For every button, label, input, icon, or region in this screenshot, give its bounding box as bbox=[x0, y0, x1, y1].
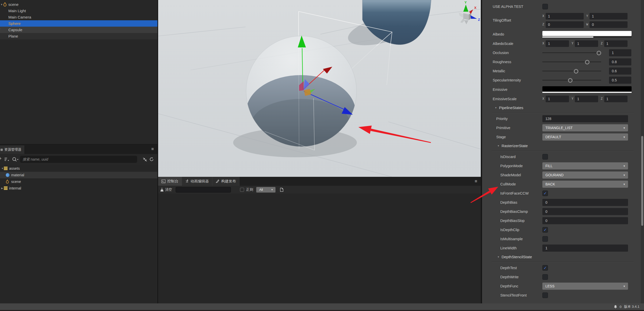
property-row: PolygonMode FILL▼ bbox=[482, 161, 641, 170]
metallic-slider[interactable] bbox=[542, 67, 601, 75]
albedo-color-picker[interactable] bbox=[542, 31, 632, 38]
search-input[interactable] bbox=[20, 156, 137, 163]
tab-assets-manager[interactable]: 资源管理器 bbox=[0, 145, 24, 154]
panel-icon bbox=[1, 149, 3, 151]
refresh-icon[interactable] bbox=[149, 157, 154, 162]
occlusion-slider[interactable] bbox=[542, 49, 601, 56]
notification-count[interactable]: 0 bbox=[620, 305, 622, 309]
scene-flame-icon bbox=[3, 2, 7, 7]
property-row: Roughness 0.8 bbox=[482, 57, 641, 66]
hierarchy-item-main-camera[interactable]: Main Camera bbox=[0, 14, 157, 20]
assets-toolbar: + bbox=[0, 154, 157, 165]
scrollbar-thumb[interactable] bbox=[641, 136, 643, 226]
expand-arrow-icon[interactable]: ▶ bbox=[1, 187, 3, 189]
emissive-color-picker[interactable] bbox=[542, 86, 632, 93]
depthfunc-select[interactable]: LESS▼ bbox=[542, 283, 628, 290]
chevron-down-icon: ▼ bbox=[623, 174, 625, 177]
hierarchy-item-plane[interactable]: Plane bbox=[0, 33, 157, 39]
chevron-down-icon: ▼ bbox=[623, 285, 625, 288]
collapse-icon[interactable] bbox=[143, 157, 147, 162]
sort-icon[interactable] bbox=[4, 158, 9, 162]
expand-arrow-icon[interactable]: ▼ bbox=[1, 3, 3, 6]
hierarchy-item-sphere[interactable]: Sphere bbox=[0, 20, 157, 27]
property-row: CullMode BACK▼ bbox=[482, 180, 641, 189]
use-alpha-test-checkbox[interactable] bbox=[542, 4, 548, 9]
log-level-select[interactable]: All ▼ bbox=[256, 187, 275, 193]
metallic-value[interactable]: 0.6 bbox=[609, 67, 631, 75]
expand-arrow-icon[interactable]: ▼ bbox=[1, 167, 4, 170]
tab-animation-editor[interactable]: 动画编辑器 bbox=[182, 177, 213, 186]
property-row: StencilTestFront bbox=[482, 291, 641, 300]
isdepthclip-checkbox[interactable]: ✓ bbox=[542, 227, 548, 233]
section-rasterizerstate[interactable]: ▼ RasterizerState bbox=[482, 142, 641, 152]
emissivescale-z-input[interactable]: 1 bbox=[604, 96, 628, 102]
property-row: USE ALPHA TEST bbox=[482, 2, 641, 11]
roughness-slider[interactable] bbox=[542, 58, 601, 65]
notification-bell-icon[interactable] bbox=[614, 305, 617, 308]
depthbias-input[interactable]: 0 bbox=[542, 199, 628, 206]
tilingoffset-z-input[interactable]: 0 bbox=[546, 21, 584, 28]
hierarchy-item-capsule[interactable]: ʃ Capsule bbox=[0, 27, 157, 33]
stage-select[interactable]: DEFAULT▼ bbox=[542, 133, 628, 141]
section-pipelinestates[interactable]: ▼ PipelineStates bbox=[482, 103, 641, 114]
tree-item-assets[interactable]: ▼ assets bbox=[0, 165, 157, 172]
search-filter-icon[interactable] bbox=[12, 157, 19, 162]
depthbiasclamp-input[interactable]: 0 bbox=[542, 208, 628, 215]
tree-item-internal[interactable]: ▶ internal bbox=[0, 185, 157, 192]
albedoscale-y-input[interactable]: 1 bbox=[575, 40, 598, 47]
console-menu-icon[interactable]: ≡ bbox=[475, 179, 477, 184]
console-output-area[interactable] bbox=[158, 194, 481, 303]
bottom-edge-strip bbox=[0, 310, 644, 311]
hierarchy-item-scene[interactable]: ▼ scene bbox=[0, 1, 157, 8]
log-export-icon[interactable] bbox=[280, 188, 283, 192]
property-row: DepthBiasSlop 0 bbox=[482, 216, 641, 225]
priority-input[interactable]: 128 bbox=[542, 115, 628, 122]
panel-menu-icon[interactable]: ≡ bbox=[151, 147, 154, 152]
tilingoffset-x-input[interactable]: 1 bbox=[546, 13, 584, 20]
regex-checkbox[interactable] bbox=[240, 188, 244, 192]
depthwrite-checkbox[interactable] bbox=[542, 274, 548, 280]
linewidth-input[interactable]: 1 bbox=[542, 245, 628, 252]
ismultisample-checkbox[interactable] bbox=[542, 236, 548, 242]
tree-item-scene[interactable]: scene bbox=[0, 178, 157, 185]
isdiscard-checkbox[interactable] bbox=[542, 154, 548, 160]
console-filter-input[interactable] bbox=[176, 187, 231, 193]
property-row: DepthFunc LESS▼ bbox=[482, 282, 641, 291]
roughness-value[interactable]: 0.8 bbox=[609, 58, 631, 65]
section-depthstencilstate[interactable]: ▼ DepthStencilState bbox=[482, 253, 641, 263]
depthtest-checkbox[interactable]: ✓ bbox=[542, 265, 548, 271]
collapse-arrow-icon[interactable]: ▼ bbox=[497, 145, 500, 147]
cullmode-select[interactable]: BACK▼ bbox=[542, 181, 628, 188]
property-row: EmissiveScale X1 Y1 Z1 bbox=[482, 94, 641, 103]
depthbiasslop-input[interactable]: 0 bbox=[542, 217, 628, 224]
hierarchy-item-main-light[interactable]: Main Light bbox=[0, 8, 157, 14]
occlusion-value[interactable]: 1 bbox=[609, 49, 631, 56]
inspector-scrollbar[interactable] bbox=[641, 0, 644, 303]
add-asset-icon[interactable]: + bbox=[0, 156, 2, 161]
isfrontfaceccw-checkbox[interactable]: ✓ bbox=[542, 191, 548, 196]
albedoscale-z-input[interactable]: 1 bbox=[604, 40, 628, 47]
shademodel-select[interactable]: GOURAND▼ bbox=[542, 171, 628, 179]
tab-build-publish[interactable]: 构建发布 bbox=[212, 177, 240, 186]
primitive-select[interactable]: TRIANGLE_LIST▼ bbox=[542, 124, 628, 131]
stenciltestfront-checkbox[interactable] bbox=[542, 292, 548, 298]
collapse-arrow-icon[interactable]: ▼ bbox=[497, 256, 500, 258]
albedoscale-x-input[interactable]: 1 bbox=[546, 40, 569, 47]
assets-panel-header: 资源管理器 ≡ bbox=[0, 144, 157, 154]
chevron-down-icon: ▼ bbox=[271, 188, 273, 191]
inspector-panel: USE ALPHA TEST TilingOffset X1 Y1 Z0 W0 … bbox=[482, 0, 641, 303]
property-row: Metallic 0.6 bbox=[482, 66, 641, 76]
specularintensity-value[interactable]: 0.5 bbox=[609, 77, 631, 84]
emissivescale-y-input[interactable]: 1 bbox=[575, 96, 598, 102]
collapse-arrow-icon[interactable]: ▼ bbox=[495, 107, 497, 109]
console-tab-bar: 控制台 动画编辑器 构建发布 ≡ bbox=[158, 177, 481, 186]
scene-viewport[interactable]: Y X Z bbox=[158, 0, 481, 177]
emissivescale-x-input[interactable]: 1 bbox=[546, 96, 569, 102]
tree-item-material[interactable]: material bbox=[0, 172, 157, 178]
tilingoffset-w-input[interactable]: 0 bbox=[590, 21, 628, 28]
polygonmode-select[interactable]: FILL▼ bbox=[542, 162, 628, 169]
tab-console[interactable]: 控制台 bbox=[158, 177, 182, 186]
tilingoffset-y-input[interactable]: 1 bbox=[590, 13, 628, 20]
specularintensity-slider[interactable] bbox=[542, 77, 601, 84]
clear-console-button[interactable]: 清空 bbox=[160, 187, 172, 192]
